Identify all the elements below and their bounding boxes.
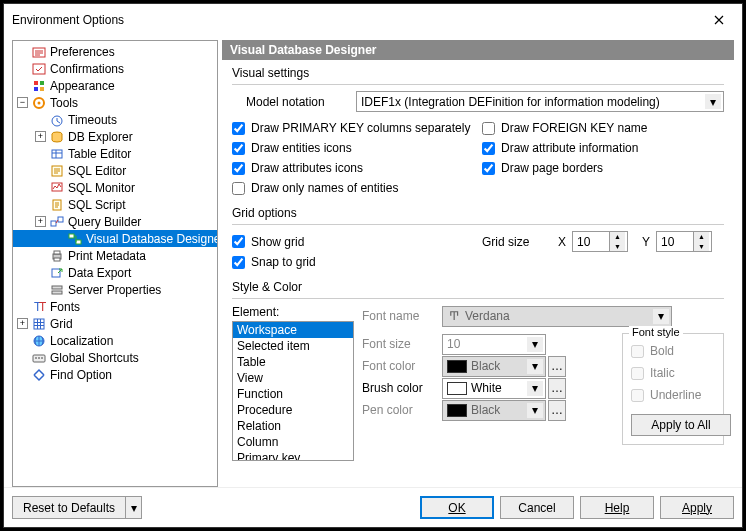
brush-color-combo[interactable]: White▾ <box>442 378 546 399</box>
nav-tree[interactable]: PreferencesConfirmationsAppearance−Tools… <box>12 40 218 487</box>
tree-item-table-editor[interactable]: Table Editor <box>13 145 217 162</box>
style-row: Element: WorkspaceSelected itemTableView… <box>232 305 724 461</box>
fonts-icon: TT <box>31 299 47 315</box>
tree-item-find-option[interactable]: Find Option <box>13 366 217 383</box>
appear-icon <box>31 78 47 94</box>
check-draw-pk[interactable] <box>232 122 245 135</box>
tree-item-appearance[interactable]: Appearance <box>13 77 217 94</box>
grid-icon <box>31 316 47 332</box>
notation-label: Model notation <box>246 95 356 109</box>
shortcut-icon <box>31 350 47 366</box>
font-icon: Ͳ <box>449 309 459 323</box>
tree-item-sql-script[interactable]: SQL Script <box>13 196 217 213</box>
svg-rect-26 <box>34 319 44 329</box>
tree-item-sql-editor[interactable]: SQL Editor <box>13 162 217 179</box>
tree-item-timeouts[interactable]: Timeouts <box>13 111 217 128</box>
svg-rect-2 <box>34 81 38 85</box>
list-item[interactable]: Function <box>233 386 353 402</box>
tree-item-label: Server Properties <box>68 283 161 297</box>
notation-combo[interactable]: IDEF1x (Integration DEFinition for infor… <box>356 91 724 112</box>
font-color-more[interactable]: … <box>548 356 566 377</box>
list-item[interactable]: Primary key <box>233 450 353 461</box>
spin-up-icon[interactable]: ▲ <box>694 232 709 242</box>
tree-item-data-export[interactable]: Data Export <box>13 264 217 281</box>
check-only-names[interactable] <box>232 182 245 195</box>
list-item[interactable]: Table <box>233 354 353 370</box>
tools-icon <box>31 95 47 111</box>
list-item[interactable]: Column <box>233 434 353 450</box>
spin-down-icon[interactable]: ▼ <box>694 242 709 252</box>
chevron-down-icon: ▾ <box>653 309 669 324</box>
element-listbox[interactable]: WorkspaceSelected itemTableViewFunctionP… <box>232 321 354 461</box>
font-color-combo[interactable]: Black▾ <box>442 356 546 377</box>
list-item[interactable]: View <box>233 370 353 386</box>
cancel-button[interactable]: Cancel <box>500 496 574 519</box>
chevron-down-icon: ▾ <box>527 359 543 374</box>
apply-to-all-button[interactable]: Apply to All <box>631 414 731 436</box>
vdb-icon <box>67 231 83 247</box>
element-col: Element: WorkspaceSelected itemTableView… <box>232 305 354 461</box>
tree-toggle-icon[interactable]: + <box>35 131 46 142</box>
tree-item-db-explorer[interactable]: +DB Explorer <box>13 128 217 145</box>
reset-main[interactable]: Reset to Defaults <box>12 496 126 519</box>
tree-toggle-icon[interactable]: + <box>35 216 46 227</box>
grid-x-input[interactable] <box>573 232 609 251</box>
reset-dropdown[interactable]: ▾ <box>126 496 142 519</box>
svg-rect-16 <box>69 234 74 238</box>
tree-toggle-icon[interactable]: − <box>17 97 28 108</box>
list-item[interactable]: Relation <box>233 418 353 434</box>
grid-x-spin[interactable]: ▲▼ <box>572 231 628 252</box>
chevron-down-icon: ▾ <box>527 403 543 418</box>
svg-rect-31 <box>41 357 43 359</box>
brush-color-more[interactable]: … <box>548 378 566 399</box>
tree-item-confirmations[interactable]: Confirmations <box>13 60 217 77</box>
tree-item-global-shortcuts[interactable]: Global Shortcuts <box>13 349 217 366</box>
tree-item-label: Localization <box>50 334 113 348</box>
list-item[interactable]: Workspace <box>233 322 353 338</box>
grid-y-label: Y <box>642 235 650 249</box>
tbledit-icon <box>49 146 65 162</box>
check-draw-fk[interactable] <box>482 122 495 135</box>
help-button[interactable]: Help <box>580 496 654 519</box>
style-color-group: Style & Color <box>232 280 724 294</box>
font-name-combo[interactable]: Ͳ Verdana ▾ <box>442 306 672 327</box>
tree-item-print-metadata[interactable]: Print Metadata <box>13 247 217 264</box>
tree-item-sql-monitor[interactable]: SQL Monitor <box>13 179 217 196</box>
tree-item-localization[interactable]: Localization <box>13 332 217 349</box>
tree-item-visual-database-designer[interactable]: Visual Database Designer <box>13 230 217 247</box>
tree-item-label: Tools <box>50 96 78 110</box>
font-color-label: Font color <box>362 359 442 373</box>
chevron-down-icon: ▾ <box>527 337 543 352</box>
spin-down-icon[interactable]: ▼ <box>610 242 625 252</box>
pen-color-more[interactable]: … <box>548 400 566 421</box>
font-size-combo[interactable]: 10 ▾ <box>442 334 546 355</box>
list-item[interactable]: Procedure <box>233 402 353 418</box>
grid-y-input[interactable] <box>657 232 693 251</box>
reset-defaults-button[interactable]: Reset to Defaults ▾ <box>12 496 142 519</box>
pen-color-combo[interactable]: Black▾ <box>442 400 546 421</box>
ok-button[interactable]: OK <box>420 496 494 519</box>
check-ent-icons[interactable] <box>232 142 245 155</box>
grid-y-spin[interactable]: ▲▼ <box>656 231 712 252</box>
tree-item-server-properties[interactable]: Server Properties <box>13 281 217 298</box>
tree-item-fonts[interactable]: TTFonts <box>13 298 217 315</box>
check-show-grid[interactable] <box>232 235 245 248</box>
tree-item-tools[interactable]: −Tools <box>13 94 217 111</box>
tree-item-query-builder[interactable]: +Query Builder <box>13 213 217 230</box>
grid-size-label: Grid size <box>482 235 552 249</box>
svg-rect-22 <box>52 286 62 289</box>
tree-item-grid[interactable]: +Grid <box>13 315 217 332</box>
tree-item-preferences[interactable]: Preferences <box>13 43 217 60</box>
list-item[interactable]: Selected item <box>233 338 353 354</box>
check-attr-icons[interactable] <box>232 162 245 175</box>
tree-toggle-icon[interactable]: + <box>17 318 28 329</box>
close-button[interactable] <box>704 10 734 30</box>
svg-rect-20 <box>54 258 60 261</box>
check-page-borders[interactable] <box>482 162 495 175</box>
check-attr-info[interactable] <box>482 142 495 155</box>
svg-rect-15 <box>58 217 63 222</box>
tree-item-label: Appearance <box>50 79 115 93</box>
apply-button[interactable]: Apply <box>660 496 734 519</box>
check-snap-grid[interactable] <box>232 256 245 269</box>
spin-up-icon[interactable]: ▲ <box>610 232 625 242</box>
